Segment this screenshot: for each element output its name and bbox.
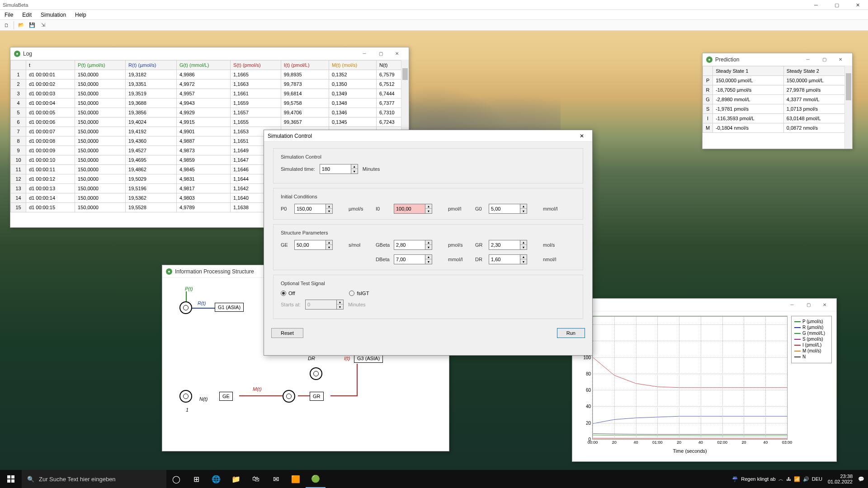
label-one: 1 xyxy=(186,407,189,413)
ge-unit: s/mol xyxy=(349,242,365,248)
label-mt: M(t) xyxy=(253,386,262,392)
simulated-time-stepper[interactable]: ▲▼ xyxy=(320,164,358,174)
search-placeholder: Zur Suche Text hier eingeben xyxy=(39,476,116,483)
clock[interactable]: 23:38 01.02.2022 xyxy=(825,474,855,484)
node-m xyxy=(283,390,295,403)
app-maximize[interactable]: ▢ xyxy=(826,0,847,10)
radio-off[interactable]: Off xyxy=(281,291,295,296)
weather-text: Regen klingt ab xyxy=(741,476,775,482)
taskbar-search[interactable]: 🔍 Zur Suche Text hier eingeben xyxy=(22,470,166,488)
init-title: Initial Conditions xyxy=(281,194,576,199)
startsat-label: Starts at: xyxy=(281,302,301,307)
up-arrow-icon[interactable]: ▲ xyxy=(351,164,358,169)
i0-label: I0 xyxy=(376,206,394,211)
simulabeta-taskbar-icon[interactable]: 🟢 xyxy=(306,470,326,488)
menu-file[interactable]: File xyxy=(0,10,18,19)
gbeta-stepper[interactable]: ▲▼ xyxy=(394,240,448,250)
gbeta-input[interactable] xyxy=(394,240,425,250)
g0-input[interactable] xyxy=(489,204,520,214)
gr-label: GR xyxy=(475,242,489,248)
menubar: File Edit Simulation Help xyxy=(0,10,868,20)
edge-icon[interactable]: 🌐 xyxy=(206,470,226,488)
node-r xyxy=(179,301,192,314)
gr-stepper[interactable]: ▲▼ xyxy=(489,240,543,250)
gbeta-label: GBeta xyxy=(376,242,394,248)
p0-input[interactable] xyxy=(294,204,326,214)
sim-dialog-close[interactable]: ✕ xyxy=(575,133,589,139)
radio-fsigt[interactable]: fsIGT xyxy=(349,291,369,296)
dbeta-unit: mmol/l xyxy=(448,257,464,262)
gbeta-unit: pmol/s xyxy=(448,242,464,248)
prediction-table[interactable]: Steady State 1Steady State 2P150,0000 µm… xyxy=(703,66,852,133)
dr-label: DR xyxy=(475,257,489,262)
explorer-icon[interactable]: 📁 xyxy=(226,470,246,488)
mail-icon[interactable]: ✉ xyxy=(266,470,286,488)
store-icon[interactable]: 🛍 xyxy=(246,470,266,488)
down-arrow-icon[interactable]: ▼ xyxy=(351,169,358,174)
new-doc-icon[interactable]: 🗋 xyxy=(2,21,11,30)
dbeta-label: DBeta xyxy=(376,257,394,262)
pred-maximize[interactable]: ▢ xyxy=(816,53,832,66)
group-structure-params: Structure Parameters GE ▲▼ s/mol GBeta ▲… xyxy=(273,224,583,270)
dbeta-input[interactable] xyxy=(394,254,425,264)
gr-unit: mol/s xyxy=(543,242,559,248)
gr-input[interactable] xyxy=(489,240,520,250)
pred-close[interactable]: ✕ xyxy=(832,53,849,66)
dr-stepper[interactable]: ▲▼ xyxy=(489,254,543,264)
menu-help[interactable]: Help xyxy=(71,10,91,19)
minutes-label: Minutes xyxy=(363,166,380,172)
dr-input[interactable] xyxy=(489,254,520,264)
dbeta-stepper[interactable]: ▲▼ xyxy=(394,254,448,264)
cortana-icon[interactable]: ◯ xyxy=(166,470,186,488)
pred-scrollbar[interactable] xyxy=(844,66,852,149)
log-close[interactable]: ✕ xyxy=(389,47,405,60)
log-minimize[interactable]: ─ xyxy=(356,47,373,60)
export-icon[interactable]: ⇲ xyxy=(38,21,47,30)
i0-unit: pmol/l xyxy=(448,206,464,211)
label-pt: P(t) xyxy=(185,286,193,291)
chart-close[interactable]: ✕ xyxy=(816,299,833,311)
run-button[interactable]: Run xyxy=(557,328,585,338)
pred-minimize[interactable]: ─ xyxy=(800,53,816,66)
i0-input[interactable] xyxy=(394,204,425,214)
g0-stepper[interactable]: ▲▼ xyxy=(489,204,543,214)
volume-icon[interactable]: 🔊 xyxy=(803,476,809,482)
notifications-icon[interactable]: 💬 xyxy=(858,476,864,482)
chart-minimize[interactable]: ─ xyxy=(784,299,800,311)
network-icon[interactable]: 🖧 xyxy=(786,476,791,482)
log-maximize[interactable]: ▢ xyxy=(373,47,389,60)
ge-input[interactable] xyxy=(294,240,326,250)
office-icon[interactable]: 🟧 xyxy=(286,470,306,488)
app-titlebar: SimulaBeta ─ ▢ ✕ xyxy=(0,0,868,10)
prediction-titlebar[interactable]: ● Prediction ─ ▢ ✕ xyxy=(703,53,852,66)
menu-edit[interactable]: Edit xyxy=(18,10,36,19)
taskview-icon[interactable]: ⊞ xyxy=(186,470,206,488)
label-nt: N(t) xyxy=(199,396,208,402)
menu-simulation[interactable]: Simulation xyxy=(36,10,71,19)
open-icon[interactable]: 📂 xyxy=(17,21,26,30)
chevron-up-icon[interactable]: ︿ xyxy=(778,476,783,483)
system-tray[interactable]: ☔ Regen klingt ab ︿ 🖧 📶 🔊 DEU 23:38 01.0… xyxy=(728,474,868,484)
taskbar: 🔍 Zur Suche Text hier eingeben ◯ ⊞ 🌐 📁 🛍… xyxy=(0,470,868,488)
chart-titlebar[interactable]: ─ ▢ ✕ xyxy=(572,299,836,311)
language-indicator[interactable]: DEU xyxy=(812,476,822,482)
simulation-control-dialog: Simulation Control ✕ Simulation Control … xyxy=(264,130,593,356)
simulated-time-input[interactable] xyxy=(320,164,351,174)
app-close[interactable]: ✕ xyxy=(847,0,868,10)
p0-stepper[interactable]: ▲▼ xyxy=(294,204,349,214)
ge-stepper[interactable]: ▲▼ xyxy=(294,240,349,250)
dr-unit: nmol/l xyxy=(543,257,559,262)
save-icon[interactable]: 💾 xyxy=(28,21,37,30)
start-button[interactable] xyxy=(0,470,22,488)
log-titlebar[interactable]: ● Log ─ ▢ ✕ xyxy=(10,47,409,60)
windows-icon xyxy=(7,475,14,483)
sim-dialog-titlebar[interactable]: Simulation Control ✕ xyxy=(264,130,592,142)
app-minimize[interactable]: ─ xyxy=(806,0,826,10)
chart-maximize[interactable]: ▢ xyxy=(800,299,816,311)
chart-window: ─ ▢ ✕ Time (seconds) 0204060801001201400… xyxy=(572,298,837,462)
reset-button[interactable]: Reset xyxy=(271,328,303,338)
sim-dialog-title: Simulation Control xyxy=(268,133,312,139)
wifi-icon[interactable]: 📶 xyxy=(794,476,800,482)
i0-stepper[interactable]: ▲▼ xyxy=(394,204,448,214)
node-n xyxy=(179,390,192,403)
